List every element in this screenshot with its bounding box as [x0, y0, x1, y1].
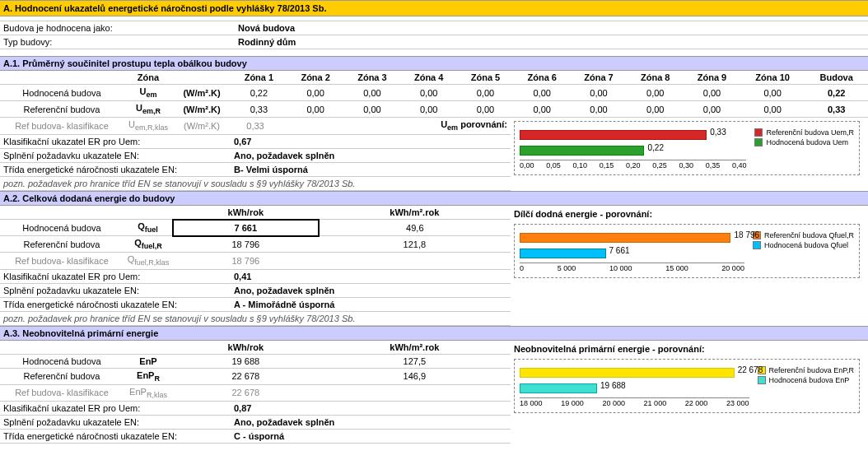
a1-header: A.1. Průměrný součinitel prostupu tepla … [0, 56, 868, 71]
a2-header: A.2. Celková dodaná energie do budovy [0, 191, 868, 206]
a3-chart: 22 67819 68818 00019 00020 00021 00022 0… [514, 359, 860, 413]
a1-k1: Klasifikační ukazatel ER pro Uem:0,67 [0, 135, 511, 149]
info-label: Budova je hodnocena jako: [3, 23, 238, 33]
a1-legend: Referenční budova Uem,R Hodnocená budova… [754, 127, 854, 170]
a2-chart: 18 7967 66105 00010 00015 00020 000 Refe… [514, 224, 860, 278]
a2-chart-title: Dílčí dodná energie - porovnání: [514, 209, 860, 219]
info-row-2: Typ budovy: Rodinný dům [0, 35, 868, 49]
col-budova: Budova [805, 71, 868, 85]
a3-k2: Splnění požadavku ukazatele EN:Ano, poža… [0, 416, 511, 430]
a3-k3: Třída energetické náročnosti ukazatele E… [0, 430, 511, 444]
info-row-1: Budova je hodnocena jako: Nová budova [0, 21, 868, 35]
a1-zone-table: Zóna Zóna 1Zóna 2Zóna 3Zóna 4Zóna 5 Zóna… [0, 71, 868, 118]
a3-table: kWh/rokkWh/m².rok Hodnocená budovaEnP19 … [0, 341, 511, 402]
a1-ref-klas-row: Ref budova- klasifikace Uem,R,klas (W/m²… [0, 118, 511, 134]
info-value: Nová budova [238, 23, 295, 33]
a1-k2: Splnění požadavku ukazatele EN:Ano, poža… [0, 149, 511, 163]
main-header: A. Hodnocení ukazatelů energetické nároč… [0, 0, 868, 16]
a3-legend: Referenční budova EnP,R Hodnocená budova… [758, 365, 854, 407]
a3-header: A.3. Neobnovitelná primární energie [0, 326, 868, 341]
a2-legend: Referenční budova Qfuel,R Hodnocená budo… [753, 230, 854, 272]
info-label: Typ budovy: [3, 37, 238, 47]
a1-chart: 0,330,220,000,050,100,150,200,250,300,35… [514, 121, 860, 175]
a2-k1: Klasifikační ukazatel ER pro Uem:0,41 [0, 270, 511, 284]
a3-k1: Klasifikační ukazatel ER pro Uem:0,87 [0, 402, 511, 416]
a1-k3: Třída energetické náročnosti ukazatele E… [0, 163, 511, 177]
a1-note: pozn. požadavek pro hranice tříd EN se s… [0, 177, 511, 191]
a2-note: pozn. požadavek pro hranice tříd EN se s… [0, 312, 511, 326]
col-zona: Zóna [124, 71, 173, 85]
a1-row-referencni: Referenční budova Uem,R (W/m².K) 0,330,0… [0, 101, 868, 118]
a2-table: kWh/rokkWh/m².rok Hodnocená budovaQfuel7… [0, 206, 511, 270]
a3-chart-title: Neobnovitelná primární energie - porovná… [514, 344, 860, 354]
a1-row-hodnocena: Hodnocená budova Uem (W/m².K) 0,220,000,… [0, 85, 868, 101]
info-value: Rodinný dům [238, 37, 296, 47]
a2-k2: Splnění požadavku ukazatele EN:Ano, poža… [0, 284, 511, 298]
a2-k3: Třída energetické náročnosti ukazatele E… [0, 298, 511, 312]
